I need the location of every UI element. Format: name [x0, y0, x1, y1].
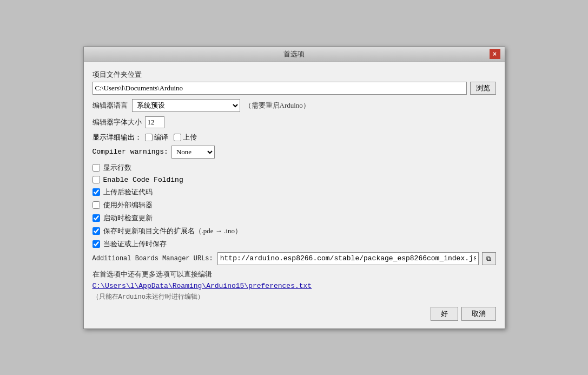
- font-size-input[interactable]: [145, 116, 164, 128]
- checkbox-row-verify_after_upload: 上传后验证代码: [93, 187, 496, 197]
- verbose-upload-label: 上传: [183, 133, 197, 142]
- title-bar: 首选项 ×: [84, 47, 505, 62]
- checkbox-label-use_external_editor: 使用外部编辑器: [103, 200, 153, 210]
- checkbox-label-show_line_numbers: 显示行数: [103, 163, 131, 173]
- verbose-label: 显示详细输出：: [93, 133, 142, 142]
- dialog-content: 项目文件夹位置 浏览 编辑器语言 系统预设 （需要重启Arduino） 编辑器字…: [84, 62, 505, 328]
- bottom-buttons: 好 取消: [93, 307, 496, 321]
- note-text: （只能在Arduino未运行时进行编辑）: [93, 292, 496, 301]
- checkbox-verify_after_upload[interactable]: [93, 188, 100, 196]
- editor-lang-label: 编辑器语言: [93, 101, 128, 110]
- verbose-compile-item: 编译: [145, 133, 168, 142]
- ok-button[interactable]: 好: [431, 307, 458, 321]
- compiler-warnings-label: Compiler warnings:: [93, 148, 168, 156]
- compiler-warnings-row: Compiler warnings: None Default More All: [93, 146, 496, 159]
- checkbox-label-verify_after_upload: 上传后验证代码: [103, 187, 153, 197]
- editor-lang-select[interactable]: 系统预设: [132, 99, 240, 112]
- verbose-upload-item: 上传: [174, 133, 197, 142]
- checkbox-row-enable_code_folding: Enable Code Folding: [93, 176, 496, 184]
- checkbox-label-enable_code_folding: Enable Code Folding: [103, 176, 183, 184]
- urls-input[interactable]: [217, 252, 479, 265]
- folder-path-input[interactable]: [93, 82, 467, 95]
- urls-label: Additional Boards Manager URLs:: [93, 255, 213, 262]
- checkbox-use_external_editor[interactable]: [93, 201, 100, 209]
- info-text: 在首选项中还有更多选项可以直接编辑: [93, 269, 496, 279]
- checkbox-label-update_extension: 保存时更新项目文件的扩展名（.pde → .ino）: [103, 226, 242, 236]
- urls-edit-button[interactable]: ⧉: [482, 252, 496, 265]
- verbose-compile-label: 编译: [154, 133, 168, 142]
- close-button[interactable]: ×: [490, 49, 500, 59]
- verbose-compile-checkbox[interactable]: [145, 134, 153, 141]
- folder-label-row: 项目文件夹位置: [93, 70, 496, 80]
- urls-row: Additional Boards Manager URLs: ⧉: [93, 252, 496, 265]
- checkbox-label-save_on_verify: 当验证或上传时保存: [103, 239, 167, 249]
- checkbox-row-use_external_editor: 使用外部编辑器: [93, 200, 496, 210]
- checkboxes-container: 显示行数Enable Code Folding上传后验证代码使用外部编辑器启动时…: [93, 163, 496, 249]
- checkbox-enable_code_folding[interactable]: [93, 176, 100, 183]
- folder-path-row: 浏览: [93, 82, 496, 95]
- pref-path-link[interactable]: C:\Users\l\AppData\Roaming\Arduino15\pre…: [93, 282, 312, 290]
- browse-button[interactable]: 浏览: [470, 82, 496, 95]
- editor-lang-row: 编辑器语言 系统预设 （需要重启Arduino）: [93, 99, 496, 112]
- checkbox-row-check_updates: 启动时检查更新: [93, 213, 496, 223]
- cancel-button[interactable]: 取消: [461, 307, 496, 321]
- checkbox-row-save_on_verify: 当验证或上传时保存: [93, 239, 496, 249]
- verbose-row: 显示详细输出： 编译 上传: [93, 133, 496, 142]
- checkbox-check_updates[interactable]: [93, 214, 100, 222]
- restart-note: （需要重启Arduino）: [245, 101, 310, 110]
- checkbox-show_line_numbers[interactable]: [93, 164, 100, 172]
- compiler-warnings-select[interactable]: None Default More All: [171, 146, 215, 159]
- preferences-dialog: 首选项 × 项目文件夹位置 浏览 编辑器语言 系统预设 （需要重启Arduino…: [83, 47, 505, 329]
- checkbox-update_extension[interactable]: [93, 227, 100, 235]
- verbose-upload-checkbox[interactable]: [174, 134, 181, 141]
- font-size-label: 编辑器字体大小: [93, 117, 142, 127]
- font-size-row: 编辑器字体大小: [93, 116, 496, 128]
- checkbox-row-show_line_numbers: 显示行数: [93, 163, 496, 173]
- checkbox-label-check_updates: 启动时检查更新: [103, 213, 153, 223]
- checkbox-row-update_extension: 保存时更新项目文件的扩展名（.pde → .ino）: [93, 226, 496, 236]
- checkbox-save_on_verify[interactable]: [93, 240, 100, 248]
- folder-label: 项目文件夹位置: [93, 70, 142, 80]
- dialog-title: 首选项: [99, 49, 490, 59]
